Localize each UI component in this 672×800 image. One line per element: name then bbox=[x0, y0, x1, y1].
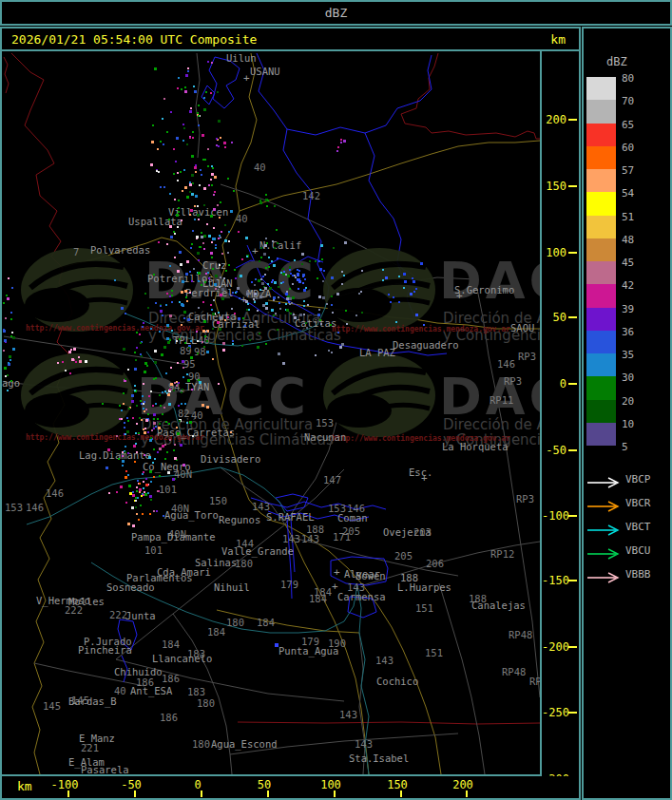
dbz-swatch bbox=[586, 238, 616, 261]
road-number-label: 143 bbox=[282, 533, 300, 544]
dbz-scale-label: 5 bbox=[622, 441, 628, 453]
road-number-label: 101 bbox=[144, 544, 163, 556]
vector-legend-label: VBCR bbox=[625, 497, 651, 509]
place-label: Perdriel bbox=[185, 287, 234, 298]
place-label: Uilun bbox=[226, 52, 257, 64]
road-number-label: 7 bbox=[73, 246, 79, 257]
vector-legend-item: VBCU bbox=[586, 546, 624, 562]
x-tick-mark bbox=[267, 790, 269, 797]
x-tick-label: 200 bbox=[452, 778, 473, 791]
x-tick-mark bbox=[67, 790, 69, 797]
place-label: ago bbox=[2, 377, 20, 389]
y-tick-label: 0 bbox=[542, 377, 566, 390]
dbz-swatch bbox=[586, 100, 616, 123]
x-axis-unit-label: km bbox=[17, 779, 32, 793]
place-label: Coman bbox=[337, 512, 368, 524]
road-number-label: 145 bbox=[43, 700, 61, 712]
y-tick-label: -50 bbox=[542, 444, 566, 457]
place-label: TYAN bbox=[185, 381, 209, 392]
station-marker: + bbox=[240, 294, 247, 306]
map-blue-line bbox=[251, 498, 386, 509]
road-number-label: 153 bbox=[5, 502, 23, 513]
map-red-line bbox=[238, 722, 540, 724]
road-number-label: 143 bbox=[347, 581, 365, 593]
road-number-label: 147 bbox=[323, 474, 341, 486]
road-number-label: 101 bbox=[159, 484, 177, 495]
dbz-swatch bbox=[586, 376, 616, 399]
station-marker: + bbox=[332, 581, 338, 593]
station-marker: + bbox=[421, 472, 428, 485]
dbz-scale-label: 35 bbox=[622, 349, 634, 361]
place-label: Lag.Diamante bbox=[79, 449, 151, 461]
place-label: Pasarela bbox=[81, 764, 129, 774]
dbz-swatch bbox=[586, 284, 616, 307]
x-tick-label: 150 bbox=[387, 778, 408, 791]
y-tick-label: 150 bbox=[542, 180, 566, 193]
road-number-label: 180 bbox=[226, 617, 244, 628]
vector-legend-label: VBCT bbox=[625, 521, 651, 533]
vector-arrow-icon bbox=[586, 476, 624, 489]
vector-arrow-icon bbox=[586, 500, 624, 513]
dbz-scale-label: 45 bbox=[622, 257, 634, 269]
y-tick-mark bbox=[568, 185, 577, 187]
x-tick-label: 50 bbox=[258, 778, 271, 791]
place-label: Agua_Escond bbox=[211, 738, 278, 751]
y-tick-label: 50 bbox=[542, 311, 566, 324]
color-scale-title: dBZ bbox=[606, 55, 627, 68]
y-tick-label: -200 bbox=[542, 640, 566, 654]
road-number-label: RP12 bbox=[490, 548, 514, 560]
y-tick-mark bbox=[568, 316, 577, 318]
radar-app-window: dBZ 2026/01/21 05:54:00 UTC Composite km… bbox=[0, 0, 672, 800]
dbz-scale-label: 48 bbox=[622, 234, 634, 246]
radar-map-canvas[interactable]: DACCDirección de Agriculturay Contingenc… bbox=[2, 51, 540, 774]
road-number-label: 180 bbox=[235, 558, 253, 569]
y-tick-mark bbox=[568, 580, 577, 581]
road-number-label: 179 bbox=[280, 579, 298, 590]
dbz-scale-label: 65 bbox=[622, 119, 634, 131]
dbz-swatch bbox=[586, 216, 616, 238]
road-number-label: RP11 bbox=[490, 394, 513, 406]
place-label: Canalejas bbox=[471, 600, 526, 611]
x-tick-label: -100 bbox=[51, 778, 79, 791]
place-label: Ant_ESA bbox=[130, 685, 173, 697]
road-number-label: 40 bbox=[236, 213, 248, 224]
x-tick-mark bbox=[201, 790, 202, 797]
dbz-scale-label: 36 bbox=[622, 326, 634, 338]
road-number-label: 184 bbox=[257, 617, 275, 628]
y-tick-label: 100 bbox=[542, 246, 566, 259]
road-number-label: 142 bbox=[302, 190, 320, 201]
vector-legend-item: VBCR bbox=[586, 499, 624, 514]
road-number-label: 186 bbox=[160, 712, 178, 723]
map-blue-line bbox=[287, 55, 432, 135]
dacc-logo-watermark bbox=[21, 248, 133, 332]
y-tick-label: 200 bbox=[542, 113, 566, 126]
place-label: Agua_Toro bbox=[164, 509, 219, 522]
title-bar: dBZ bbox=[0, 0, 672, 26]
road-number-label: 151 bbox=[425, 647, 443, 658]
y-tick-label: -250 bbox=[542, 706, 566, 719]
road-number-label: 143 bbox=[339, 709, 357, 720]
y-tick-label: -100 bbox=[542, 509, 566, 523]
vector-legend-label: VBCU bbox=[625, 544, 651, 557]
radar-map-viewport[interactable]: DACCDirección de Agriculturay Contingenc… bbox=[2, 51, 542, 776]
dbz-scale-label: 54 bbox=[622, 187, 634, 200]
dbz-swatch bbox=[586, 353, 616, 376]
place-label: S.Geronimo bbox=[454, 284, 514, 295]
station-marker: + bbox=[252, 245, 259, 257]
road-number-label: 183 bbox=[187, 686, 205, 697]
dbz-swatch bbox=[586, 146, 616, 169]
station-marker: + bbox=[243, 72, 250, 85]
road-number-label: RP3 bbox=[518, 351, 536, 362]
place-label: Pampa_Diamante bbox=[131, 531, 216, 543]
place-label: Divisadero bbox=[201, 453, 260, 465]
y-tick-label: -150 bbox=[542, 574, 566, 587]
place-label: La Horqueta bbox=[442, 441, 509, 452]
dbz-scale-label: 20 bbox=[622, 395, 634, 408]
y-tick-mark bbox=[568, 515, 577, 517]
place-label: Catitas bbox=[295, 317, 336, 329]
y-tick-mark bbox=[568, 383, 577, 385]
road-number-label: RP48 bbox=[502, 666, 526, 677]
place-label: Junta bbox=[125, 610, 156, 621]
x-tick-label: 100 bbox=[320, 778, 341, 791]
road-number-label: 146 bbox=[497, 358, 515, 370]
